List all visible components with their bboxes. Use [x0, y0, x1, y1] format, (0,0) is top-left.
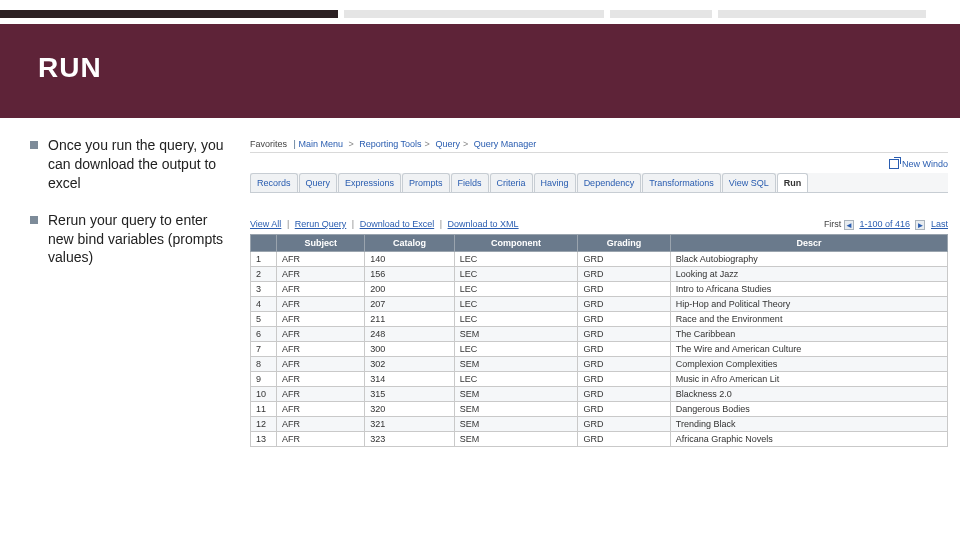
tab-strip: RecordsQueryExpressionsPromptsFieldsCrit… — [250, 173, 948, 193]
tab-view-sql[interactable]: View SQL — [722, 173, 776, 192]
table-cell: GRD — [578, 296, 670, 311]
table-cell: LEC — [454, 341, 578, 356]
table-cell: AFR — [277, 251, 365, 266]
table-cell: LEC — [454, 281, 578, 296]
table-cell: AFR — [277, 281, 365, 296]
table-cell: LEC — [454, 371, 578, 386]
table-cell: LEC — [454, 266, 578, 281]
rerun-query-link[interactable]: Rerun Query — [295, 219, 347, 229]
page-title: RUN — [38, 52, 922, 84]
table-cell: 10 — [251, 386, 277, 401]
table-cell: LEC — [454, 296, 578, 311]
table-cell: 9 — [251, 371, 277, 386]
breadcrumb-link[interactable]: Reporting Tools — [359, 139, 421, 149]
main-menu-link[interactable]: Main Menu — [298, 139, 343, 149]
tab-dependency[interactable]: Dependency — [577, 173, 642, 192]
pager-next-button[interactable]: ► — [915, 220, 925, 230]
table-cell: 13 — [251, 431, 277, 446]
table-cell: 207 — [365, 296, 454, 311]
table-cell: GRD — [578, 416, 670, 431]
tab-having[interactable]: Having — [534, 173, 576, 192]
table-row: 7AFR300LECGRDThe Wire and American Cultu… — [251, 341, 948, 356]
tab-prompts[interactable]: Prompts — [402, 173, 450, 192]
table-row: 2AFR156LECGRDLooking at Jazz — [251, 266, 948, 281]
column-header: Subject — [277, 234, 365, 251]
table-cell: GRD — [578, 326, 670, 341]
table-cell: The Wire and American Culture — [670, 341, 947, 356]
tab-query[interactable]: Query — [299, 173, 338, 192]
tab-expressions[interactable]: Expressions — [338, 173, 401, 192]
table-row: 4AFR207LECGRDHip-Hop and Political Theor… — [251, 296, 948, 311]
table-cell: AFR — [277, 356, 365, 371]
table-cell: GRD — [578, 401, 670, 416]
column-header: Grading — [578, 234, 670, 251]
table-row: 10AFR315SEMGRDBlackness 2.0 — [251, 386, 948, 401]
bullet-item: Rerun your query to enter new bind varia… — [30, 211, 236, 268]
table-cell: Looking at Jazz — [670, 266, 947, 281]
bullet-item: Once you run the query, you can download… — [30, 136, 236, 193]
download-excel-link[interactable]: Download to Excel — [360, 219, 435, 229]
table-cell: Intro to Africana Studies — [670, 281, 947, 296]
column-header: Component — [454, 234, 578, 251]
new-window-link[interactable]: New Windo — [250, 159, 948, 169]
app-panel: Favorites | Main Menu > Reporting Tools>… — [250, 136, 960, 447]
table-cell: 211 — [365, 311, 454, 326]
table-cell: AFR — [277, 431, 365, 446]
table-cell: 200 — [365, 281, 454, 296]
table-cell: 8 — [251, 356, 277, 371]
table-cell: AFR — [277, 416, 365, 431]
table-cell: Music in Afro American Lit — [670, 371, 947, 386]
tab-criteria[interactable]: Criteria — [490, 173, 533, 192]
table-cell: 6 — [251, 326, 277, 341]
favorites-link[interactable]: Favorites — [250, 139, 287, 149]
table-row: 8AFR302SEMGRDComplexion Complexities — [251, 356, 948, 371]
tab-records[interactable]: Records — [250, 173, 298, 192]
pager-last-link[interactable]: Last — [931, 219, 948, 229]
table-cell: Black Autobiography — [670, 251, 947, 266]
tab-run[interactable]: Run — [777, 173, 809, 192]
table-cell: GRD — [578, 371, 670, 386]
column-header: Catalog — [365, 234, 454, 251]
table-cell: SEM — [454, 401, 578, 416]
table-cell: 323 — [365, 431, 454, 446]
bullet-icon — [30, 141, 38, 149]
decorative-ruler — [0, 10, 960, 18]
table-cell: 140 — [365, 251, 454, 266]
table-cell: 315 — [365, 386, 454, 401]
table-row: 5AFR211LECGRDRace and the Environment — [251, 311, 948, 326]
table-cell: GRD — [578, 311, 670, 326]
table-cell: SEM — [454, 386, 578, 401]
table-cell: AFR — [277, 311, 365, 326]
table-cell: Africana Graphic Novels — [670, 431, 947, 446]
pager-range[interactable]: 1-100 of 416 — [859, 219, 910, 229]
table-cell: SEM — [454, 356, 578, 371]
table-cell: Dangerous Bodies — [670, 401, 947, 416]
table-cell: 156 — [365, 266, 454, 281]
ruler-segment — [718, 10, 926, 18]
table-cell: AFR — [277, 296, 365, 311]
hero-banner: RUN — [0, 24, 960, 118]
table-cell: AFR — [277, 266, 365, 281]
table-row: 3AFR200LECGRDIntro to Africana Studies — [251, 281, 948, 296]
breadcrumb-link[interactable]: Query — [435, 139, 460, 149]
table-row: 9AFR314LECGRDMusic in Afro American Lit — [251, 371, 948, 386]
ruler-segment — [0, 10, 338, 18]
breadcrumb-link[interactable]: Query Manager — [474, 139, 537, 149]
table-cell: 2 — [251, 266, 277, 281]
pager-prev-button[interactable]: ◄ — [844, 220, 854, 230]
table-row: 6AFR248SEMGRDThe Caribbean — [251, 326, 948, 341]
tab-fields[interactable]: Fields — [451, 173, 489, 192]
table-cell: Trending Black — [670, 416, 947, 431]
download-xml-link[interactable]: Download to XML — [448, 219, 519, 229]
table-cell: 1 — [251, 251, 277, 266]
table-cell: AFR — [277, 326, 365, 341]
ruler-segment — [610, 10, 712, 18]
view-all-link[interactable]: View All — [250, 219, 281, 229]
tab-transformations[interactable]: Transformations — [642, 173, 721, 192]
breadcrumb: Favorites | Main Menu > Reporting Tools>… — [250, 136, 948, 153]
bullet-icon — [30, 216, 38, 224]
table-cell: 11 — [251, 401, 277, 416]
table-cell: Race and the Environment — [670, 311, 947, 326]
content-row: Once you run the query, you can download… — [0, 118, 960, 447]
table-cell: Hip-Hop and Political Theory — [670, 296, 947, 311]
